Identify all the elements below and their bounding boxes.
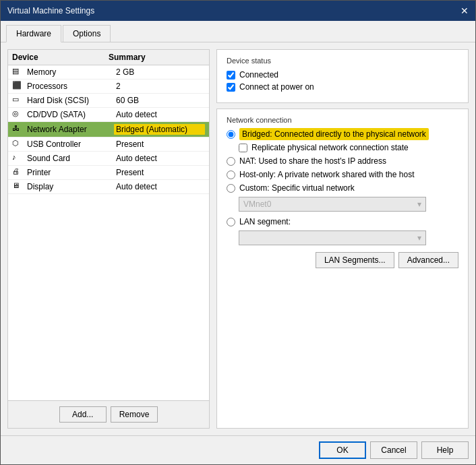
device-row-memory[interactable]: ▤Memory2 GB xyxy=(8,65,209,80)
vmnet-value: VMnet0 xyxy=(243,199,271,209)
cd-icon: ◎ xyxy=(12,110,24,119)
device-summary-cddvd: Auto detect xyxy=(116,110,205,119)
ok-button[interactable]: OK xyxy=(319,441,366,459)
device-summary-sound: Auto detect xyxy=(116,154,205,163)
device-name-network: Network Adapter xyxy=(27,125,114,134)
replicate-checkbox[interactable] xyxy=(239,144,247,152)
device-summary-usb: Present xyxy=(116,140,205,149)
lan-segment-row: LAN segment: xyxy=(227,217,458,226)
connected-label: Connected xyxy=(239,70,278,80)
vmnet-dropdown-arrow: ▾ xyxy=(417,199,421,209)
device-row-printer[interactable]: 🖨PrinterPresent xyxy=(8,166,209,180)
connected-row: Connected xyxy=(227,70,458,80)
device-summary-network: Bridged (Automatic) xyxy=(114,124,205,135)
right-panel: Device status Connected Connect at power… xyxy=(216,49,469,429)
bridged-label-text: Bridged: Connected directly to the physi… xyxy=(239,128,429,140)
connect-power-label: Connect at power on xyxy=(239,82,314,92)
tab-options[interactable]: Options xyxy=(63,25,111,42)
title-bar: Virtual Machine Settings ✕ xyxy=(1,1,475,21)
device-summary-memory: 2 GB xyxy=(116,67,205,77)
device-row-display[interactable]: 🖥DisplayAuto detect xyxy=(8,180,209,194)
hostonly-label: Host-only: A private network shared with… xyxy=(239,170,414,179)
col-device-header: Device xyxy=(12,53,109,62)
cancel-button[interactable]: Cancel xyxy=(370,441,417,459)
help-button[interactable]: Help xyxy=(421,441,469,459)
device-name-printer: Printer xyxy=(27,168,116,177)
network-connection-title: Network connection xyxy=(227,116,458,124)
memory-icon: ▤ xyxy=(12,67,24,77)
col-summary-header: Summary xyxy=(109,53,205,62)
close-button[interactable]: ✕ xyxy=(460,6,469,16)
sound-icon: ♪ xyxy=(12,154,24,163)
replicate-label: Replicate physical network connection st… xyxy=(251,143,409,152)
hostonly-row: Host-only: A private network shared with… xyxy=(227,170,458,179)
device-name-display: Display xyxy=(27,182,116,191)
window-title: Virtual Machine Settings xyxy=(7,6,94,16)
device-name-harddisk: Hard Disk (SCSI) xyxy=(27,96,116,105)
device-summary-printer: Present xyxy=(116,168,205,177)
lan-segment-arrow: ▾ xyxy=(417,233,421,243)
net-icon: 🖧 xyxy=(12,125,24,134)
lan-segment-label: LAN segment: xyxy=(239,217,291,226)
device-row-usb[interactable]: ⬡USB ControllerPresent xyxy=(8,137,209,152)
device-name-processors: Processors xyxy=(27,82,116,91)
add-button[interactable]: Add... xyxy=(59,406,107,423)
custom-row: Custom: Specific virtual network xyxy=(227,183,458,193)
bridged-radio[interactable] xyxy=(227,130,235,139)
advanced-button[interactable]: Advanced... xyxy=(398,252,458,268)
device-table-header: Device Summary xyxy=(8,50,209,65)
device-name-usb: USB Controller xyxy=(27,140,116,149)
connected-checkbox[interactable] xyxy=(227,71,235,80)
device-row-processors[interactable]: ⬛Processors2 xyxy=(8,80,209,94)
connect-power-row: Connect at power on xyxy=(227,82,458,92)
bridged-row: Bridged: Connected directly to the physi… xyxy=(227,129,458,139)
nat-radio[interactable] xyxy=(227,157,235,166)
device-name-cddvd: CD/DVD (SATA) xyxy=(27,110,116,119)
device-row-sound[interactable]: ♪Sound CardAuto detect xyxy=(8,152,209,166)
device-summary-harddisk: 60 GB xyxy=(116,96,205,105)
hostonly-radio[interactable] xyxy=(227,170,235,179)
cpu-icon: ⬛ xyxy=(12,82,24,91)
display-icon: 🖥 xyxy=(12,182,24,191)
device-panel: Device Summary ▤Memory2 GB⬛Processors2▭H… xyxy=(7,49,210,429)
network-connection-section: Network connection Bridged: Connected di… xyxy=(216,108,469,429)
device-summary-processors: 2 xyxy=(116,82,205,91)
bottom-buttons: OK Cancel Help xyxy=(1,435,475,464)
lan-segments-button[interactable]: LAN Segments... xyxy=(316,252,394,268)
replicate-row: Replicate physical network connection st… xyxy=(239,143,458,152)
left-buttons: Add... Remove xyxy=(8,400,209,428)
device-status-title: Device status xyxy=(227,57,458,65)
usb-icon: ⬡ xyxy=(12,140,24,149)
lan-action-buttons: LAN Segments... Advanced... xyxy=(227,252,458,268)
bridged-label: Bridged: Connected directly to the physi… xyxy=(239,129,429,139)
nat-row: NAT: Used to share the host's IP address xyxy=(227,156,458,166)
custom-label: Custom: Specific virtual network xyxy=(239,183,355,193)
remove-button[interactable]: Remove xyxy=(111,406,158,423)
nat-label: NAT: Used to share the host's IP address xyxy=(239,156,386,166)
main-content: Device Summary ▤Memory2 GB⬛Processors2▭H… xyxy=(1,42,475,435)
main-window: Virtual Machine Settings ✕ Hardware Opti… xyxy=(0,0,476,465)
device-name-memory: Memory xyxy=(27,67,116,77)
vmnet-dropdown[interactable]: VMnet0 ▾ xyxy=(239,197,426,212)
tab-hardware[interactable]: Hardware xyxy=(6,25,61,42)
device-row-harddisk[interactable]: ▭Hard Disk (SCSI)60 GB xyxy=(8,94,209,108)
printer-icon: 🖨 xyxy=(12,168,24,177)
device-row-network[interactable]: 🖧Network AdapterBridged (Automatic) xyxy=(8,122,209,137)
custom-radio[interactable] xyxy=(227,184,235,193)
tab-bar: Hardware Options xyxy=(1,21,475,42)
hdd-icon: ▭ xyxy=(12,96,24,105)
device-row-cddvd[interactable]: ◎CD/DVD (SATA)Auto detect xyxy=(8,108,209,122)
device-summary-display: Auto detect xyxy=(116,182,205,191)
device-name-sound: Sound Card xyxy=(27,154,116,163)
lan-segment-dropdown[interactable]: ▾ xyxy=(239,230,426,245)
lan-segment-radio[interactable] xyxy=(227,218,235,226)
device-status-section: Device status Connected Connect at power… xyxy=(216,49,469,103)
device-list: ▤Memory2 GB⬛Processors2▭Hard Disk (SCSI)… xyxy=(8,65,209,400)
connect-power-checkbox[interactable] xyxy=(227,83,235,92)
